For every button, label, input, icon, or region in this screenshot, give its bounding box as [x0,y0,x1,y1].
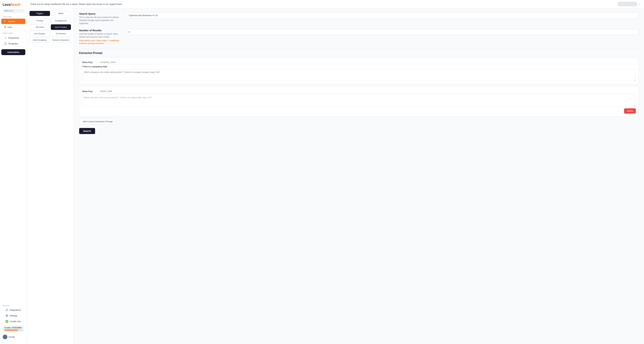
automation-button[interactable]: Automation [1,49,25,55]
sidebar-item-templates[interactable]: 📋 Templates [1,41,25,46]
trigger-business-expansion[interactable]: Business Expansion [51,37,71,43]
sidebar-item-settings[interactable]: ⚙️ Settings [3,313,24,318]
avatar: 👤 [3,334,8,339]
chevron-down-icon: ⌄ [639,3,641,5]
search-icon: 🔍 [4,20,7,23]
number-of-results-input[interactable] [126,29,639,35]
extraction-key-row-2: Value Key: [82,89,636,93]
tab-intent[interactable]: Intent [51,11,71,16]
search-query-description: This is what we will use to search for a… [79,16,123,25]
extraction-textarea-2[interactable]: What's the date of the security breach? … [82,95,636,106]
cost-note: Each article costs 1 base credit + 1 add… [79,39,123,45]
value-key-label-2: Value Key: [82,90,99,93]
logo-reach: Reach [10,3,20,6]
extraction-card-1: Value Key: **This is a mandatory field [79,57,639,84]
extraction-card-2: Value Key: What's the date of the securi… [79,86,639,116]
settings-icon: ⚙️ [5,314,8,317]
user-button[interactable] [617,2,638,6]
top-banner: Thank you for using LavaReach! We are in… [27,0,644,8]
templates-icon: 📋 [4,42,7,45]
list-icon: ☰ [4,26,6,28]
email-leads-label: Email Leads [0,32,27,35]
sidebar-item-profile[interactable]: 👤 Profile [1,333,25,341]
credits-box: Credits: 7570/10000 [3,325,24,332]
tab-triggers[interactable]: Triggers [30,11,50,16]
integrations-icon: 🔗 [5,308,8,311]
value-key-label-1: Value Key: [82,61,99,64]
credits-bar-bg [4,329,22,330]
extraction-key-row-1: Value Key: [82,60,636,64]
trigger-job-hiring[interactable]: Job Hiring [30,24,50,30]
sidebar-item-credits-info[interactable]: ✅ Credits Info [3,319,24,324]
sidebar-item-search[interactable]: 🔍 Search [1,19,25,24]
sidebar-bottom: Account 🔗 Integrations ⚙️ Settings ✅ Cre… [0,303,27,341]
search-query-control [126,12,639,19]
credits-bar-fill [4,329,18,330]
number-of-results-heading: Number of Results [79,29,123,32]
top-banner-right: ⌄ [617,2,641,6]
sidebar-item-lists[interactable]: ☰ Lists [1,24,25,30]
value-key-input-1[interactable] [99,60,636,64]
credits-label: Credits: 7570/10000 [4,327,22,329]
form-panel: Search Query This is what we will use to… [74,8,644,344]
version-badge: Alpha 0.0.1 [3,9,24,12]
search-query-row: Search Query This is what we will use to… [79,12,639,25]
sidebar: LavaReach Alpha 0.0.1 Find Leads 🔍 Searc… [0,0,27,344]
search-query-label-group: Search Query This is what we will use to… [79,12,126,25]
main-content: Thank you for using LavaReach! We are in… [27,0,644,344]
number-of-results-control [126,29,639,35]
trigger-event-scrapping[interactable]: Event Scrapping [30,37,50,43]
trigger-panel: Triggers Intent Funding DrugApproval Job… [27,8,74,344]
delete-button[interactable]: Delete [624,108,636,114]
find-leads-label: Find Leads [0,16,27,19]
number-of-results-row: Number of Results Limit the number of ar… [79,29,639,45]
add-custom-prompt-button[interactable]: Add Custom Extraction Prompt [79,118,116,125]
trigger-job-changes[interactable]: Job Changes [30,31,50,36]
body-area: Triggers Intent Funding DrugApproval Job… [27,8,644,344]
search-query-input[interactable] [126,12,639,19]
banner-message: Thank you for using LavaReach! We are in… [30,3,122,5]
mandatory-note: **This is a mandatory field [82,66,636,68]
logo-lava: Lava [3,3,10,6]
number-of-results-label-group: Number of Results Limit the number of ar… [79,29,126,45]
trigger-g2-reviews[interactable]: G2 Reviews [51,31,71,36]
number-of-results-description: Limit the number of articles to search. … [79,32,123,39]
extraction-prompt-title: Extraction Prompt [79,52,639,55]
sidebar-item-sequences[interactable]: ⚡ Sequences [1,35,25,41]
trigger-funding[interactable]: Funding [30,18,50,23]
credits-icon: ✅ [5,320,8,323]
search-button[interactable]: Search [79,128,95,134]
trigger-search-engine[interactable]: Search Engine [51,24,71,30]
sidebar-item-integrations[interactable]: 🔗 Integrations [3,307,24,313]
trigger-tabs: Triggers Intent [30,11,71,16]
trigger-grid: Funding DrugApproval Job Hiring Search E… [30,18,71,43]
extraction-textarea-1[interactable] [82,69,636,81]
value-key-input-2[interactable] [99,89,636,93]
search-query-heading: Search Query [79,12,123,15]
account-label: Account [1,303,25,307]
logo: LavaReach [0,3,27,9]
trigger-drug-approval[interactable]: DrugApproval [51,18,71,23]
sequences-icon: ⚡ [4,37,7,39]
